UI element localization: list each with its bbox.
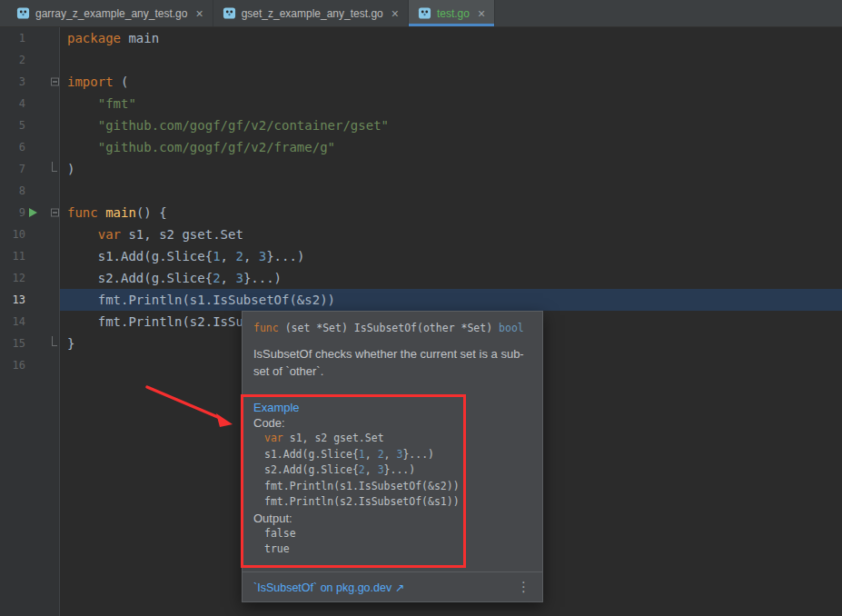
code-text: import ( [60,71,842,93]
gutter-icons [25,71,59,93]
fold-end-icon [52,336,57,346]
pkg-go-dev-link[interactable]: `IsSubsetOf` on pkg.go.dev ↗ [253,581,404,594]
line-number: 13 [0,289,25,311]
line-number: 8 [0,180,25,202]
code-text: "github.com/gogf/gf/v2/frame/g" [60,136,842,158]
go-file-icon [223,6,236,20]
line-number: 5 [0,114,25,136]
code-line-1[interactable]: 1package main [0,27,842,49]
line-number: 3 [0,71,25,93]
run-icon[interactable] [29,208,37,217]
code-token: }...) [402,448,434,461]
fold-collapse-icon[interactable] [51,209,59,217]
gutter-cell: 2 [0,49,60,71]
line-number: 7 [0,158,25,180]
line-number: 16 [0,354,25,376]
code-token: }...) [384,463,416,476]
code-token: , [243,249,259,263]
ide-window: garray_z_example_any_test.go×gset_z_exam… [0,0,842,616]
gutter-cell: 15 [0,333,60,354]
code-text: s2.Add(g.Slice{2, 3}...) [60,267,842,289]
gutter-icons [25,180,59,202]
code-line-7[interactable]: 7) [0,158,842,180]
code-token: 1 [359,448,365,461]
code-token: import [67,75,114,89]
gutter-cell: 7 [0,158,60,180]
gutter-icons [25,354,59,376]
code-line-8[interactable]: 8 [0,180,842,202]
code-line-12[interactable]: 12 s2.Add(g.Slice{2, 3}...) [0,267,842,289]
line-number: 2 [0,49,25,71]
code-text: fmt.Println(s1.IsSubsetOf(&s2)) [60,289,842,311]
code-line-5[interactable]: 5 "github.com/gogf/gf/v2/container/gset" [0,114,842,136]
example-output-line: false [253,526,531,542]
code-line-13[interactable]: 13 fmt.Println(s1.IsSubsetOf(&s2)) [0,289,842,311]
code-token: main [121,31,159,45]
gutter-cell: 5 [0,114,60,136]
example-code-line: s2.Add(g.Slice{2, 3}...) [253,462,531,479]
doc-description: IsSubsetOf checks whether the current se… [243,336,542,380]
gutter-icons [25,136,59,158]
example-code-line: fmt.Println(s1.IsSubsetOf(&s2)) [253,479,531,495]
code-token: fmt.Println(s1.IsSubsetOf(&s2)) [264,480,460,492]
code-token: (set *Set) IsSubsetOf(other *Set) [285,322,499,334]
tab-garray-z-example-any-test-go[interactable]: garray_z_example_any_test.go× [7,0,213,26]
gutter-icons [25,267,59,289]
code-token [67,96,98,111]
line-number: 9 [0,202,25,224]
tab-bar: garray_z_example_any_test.go×gset_z_exam… [0,0,842,27]
tab-label: garray_z_example_any_test.go [35,7,187,20]
code-line-9[interactable]: 9func main() { [0,202,842,224]
gutter-icons [25,333,59,354]
code-token: fmt.Println(s1.IsSubsetOf(&s2)) [67,293,335,307]
code-token: var [264,432,283,444]
close-icon[interactable]: × [391,7,399,20]
code-text: package main [60,27,842,49]
line-number: 14 [0,311,25,333]
tab-test-go[interactable]: test.go× [409,0,495,26]
code-text: s1.Add(g.Slice{1, 2, 3}...) [60,245,842,267]
code-token [67,227,98,242]
tab-gset-z-example-any-test-go[interactable]: gset_z_example_any_test.go× [213,0,409,26]
line-number: 12 [0,267,25,289]
code-text [60,180,842,202]
output-label: Output: [253,511,531,526]
code-token: ) [67,162,74,176]
fold-collapse-icon[interactable] [51,78,59,86]
gutter-icons [25,49,59,71]
code-line-3[interactable]: 3import ( [0,71,842,93]
code-text: "fmt" [60,93,842,114]
gutter-cell: 8 [0,180,60,202]
code-line-2[interactable]: 2 [0,49,842,71]
tab-label: gset_z_example_any_test.go [242,7,383,20]
gutter-icons [25,224,59,245]
code-line-11[interactable]: 11 s1.Add(g.Slice{1, 2, 3}...) [0,245,842,267]
gutter-cell: 10 [0,224,60,245]
example-code-line: s1.Add(g.Slice{1, 2, 3}...) [253,447,531,463]
code-token: 2 [359,463,365,476]
go-file-icon [16,6,30,20]
example-heading: Example [253,400,531,415]
kebab-menu-icon[interactable]: ⋮ [514,579,533,595]
code-token: 3 [378,463,384,476]
code-line-10[interactable]: 10 var s1, s2 gset.Set [0,224,842,245]
code-token: 3 [235,271,243,285]
code-token: fmt.Println(s2.IsSubsetOf(&s1)) [264,495,460,508]
code-token: func [253,322,285,334]
code-token: ( [114,75,129,89]
line-number: 6 [0,136,25,158]
code-text: "github.com/gogf/gf/v2/container/gset" [60,114,842,136]
gutter-cell: 14 [0,311,60,333]
code-token: bool [499,322,524,334]
example-output: falsetrue [253,526,531,558]
example-output-line: true [253,541,531,558]
code-token: var [98,227,121,242]
code-line-4[interactable]: 4 "fmt" [0,93,842,114]
code-line-6[interactable]: 6 "github.com/gogf/gf/v2/frame/g" [0,136,842,158]
line-number: 10 [0,224,25,245]
close-icon[interactable]: × [478,7,485,20]
close-icon[interactable]: × [195,7,203,20]
example-code: var s1, s2 gset.Sets1.Add(g.Slice{1, 2, … [253,431,531,511]
code-token: 1 [213,249,220,263]
code-token [67,140,98,154]
